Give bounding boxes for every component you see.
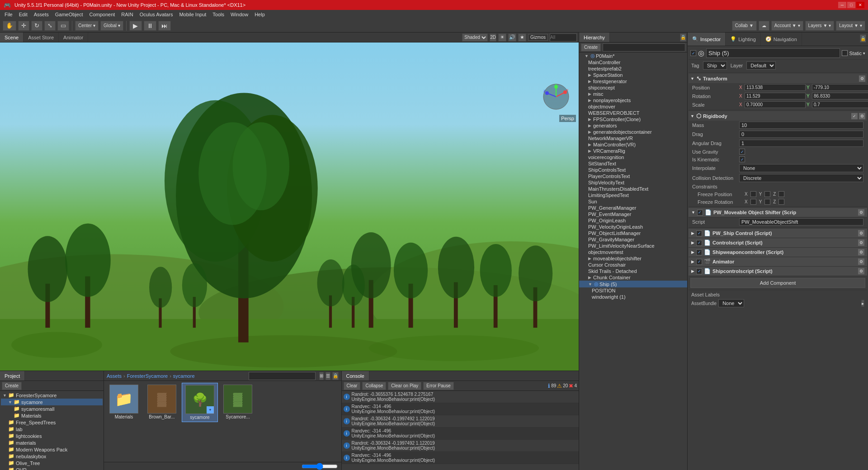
component-pw-ship-control[interactable]: ▶ 📄 PW_Ship Control (Script) ⚙: [689, 229, 867, 238]
hierarchy-lock-button[interactable]: 🔒: [680, 33, 686, 42]
hierarchy-search-input[interactable]: [603, 43, 685, 52]
hier-item-pw-generalmanager[interactable]: PW_GeneralManager: [579, 205, 687, 211]
scene-light-toggle[interactable]: ☀: [498, 33, 506, 42]
hier-item-playercontrolstext[interactable]: PlayerControlsText: [579, 173, 687, 179]
proj-folder-freespeedtrees[interactable]: 📁 Free_SpeedTrees: [1, 419, 103, 426]
asset-brown-bark[interactable]: ▓ Brown_Bar...: [144, 383, 180, 422]
step-button[interactable]: ⏭: [158, 21, 171, 31]
layer-select[interactable]: Default: [746, 61, 776, 70]
console-log[interactable]: i Randrot: -0.3655376 1.524678 2.275167U…: [342, 391, 579, 470]
hier-item-sun[interactable]: Sun: [579, 198, 687, 205]
global-local-toggle[interactable]: Global ▾: [100, 21, 123, 31]
tab-navigation[interactable]: 🧭 Navigation: [761, 33, 802, 46]
hier-item-vrcamerarig[interactable]: ▶VRCameraRig: [579, 148, 687, 154]
angular-drag-field[interactable]: [739, 140, 863, 147]
hier-item-shipconcept[interactable]: shipconcept: [579, 85, 687, 91]
component-enable-checkbox[interactable]: [696, 259, 702, 265]
scene-search-input[interactable]: [550, 33, 577, 42]
component-enable-checkbox[interactable]: [696, 240, 702, 246]
hier-item-skid-trails[interactable]: Skid Trails - Detached: [579, 268, 687, 274]
hier-item-position[interactable]: POSITION: [579, 287, 687, 294]
freeze-rot-z[interactable]: [778, 199, 784, 205]
2d-toggle[interactable]: 2D: [490, 33, 496, 42]
inspector-lock-button[interactable]: 🔒: [860, 34, 866, 42]
proj-folder-materials[interactable]: 📁 materials: [1, 439, 103, 446]
asset-search-input[interactable]: [249, 372, 316, 380]
hier-item-generators[interactable]: ▶generators: [579, 122, 687, 129]
hier-item-shipcontrolstext[interactable]: ShipControlsText: [579, 167, 687, 173]
rot-y-field[interactable]: [812, 93, 868, 99]
hier-item-pw-originleash[interactable]: PW_OriginLeash: [579, 217, 687, 224]
freeze-pos-z[interactable]: [778, 191, 784, 197]
component-pw-moveable[interactable]: ▼ 📄 PW_Moveable Object Shifter (Scrip ⚙: [689, 208, 867, 217]
proj-folder-modern-weapons[interactable]: 📁 Modern Weapons Pack: [1, 446, 103, 453]
component-settings-button[interactable]: ⚙: [858, 249, 864, 255]
menu-oculus[interactable]: Oculus Avatars: [137, 11, 176, 18]
tab-lighting[interactable]: 💡 Lighting: [726, 33, 761, 46]
play-button[interactable]: ▶: [129, 21, 142, 31]
pos-x-field[interactable]: [745, 84, 806, 91]
mass-field[interactable]: [739, 122, 863, 129]
layers-dropdown[interactable]: Layers ▼ ▾: [805, 21, 835, 31]
hier-item-misc[interactable]: ▶misc: [579, 91, 687, 97]
menu-gameobject[interactable]: GameObject: [52, 11, 86, 18]
hierarchy-create-button[interactable]: Create: [581, 43, 601, 52]
menu-tools[interactable]: Tools: [210, 11, 227, 18]
hier-item-maincontrollervr[interactable]: ▶MainController(VR): [579, 141, 687, 148]
hand-tool-button[interactable]: ✋: [3, 21, 16, 31]
scale-x-field[interactable]: [745, 101, 806, 108]
hier-item-treetestprefab2[interactable]: treetestprefab2: [579, 66, 687, 72]
hier-item-objectmover[interactable]: objectmover: [579, 103, 687, 110]
scene-viewport[interactable]: X Y Z Persp: [0, 42, 579, 371]
console-clear-button[interactable]: Clear: [344, 382, 361, 390]
hier-item-maincontroller[interactable]: MainController: [579, 59, 687, 66]
asset-materials-folder[interactable]: 📁 Materials: [106, 383, 142, 422]
pause-button[interactable]: ⏸: [144, 21, 156, 31]
hier-item-ship5[interactable]: ▼ ◎ Ship (5): [579, 281, 687, 287]
hier-item-nonplayerobjects[interactable]: ▶nonplayerobjects: [579, 97, 687, 103]
drag-field[interactable]: [739, 131, 863, 138]
console-collapse-button[interactable]: Collapse: [362, 382, 386, 390]
asset-content[interactable]: 📁 Materials ▓ Brown_Bar... 🌳 +: [104, 381, 341, 462]
component-shipcontrolscript[interactable]: ▶ 📄 Shipcontrolscript (Script) ⚙: [689, 267, 867, 276]
close-button[interactable]: ✕: [856, 2, 864, 8]
maximize-button[interactable]: □: [847, 2, 855, 8]
proj-folder-sycamoresmall[interactable]: 📁 sycamoresmall: [1, 405, 103, 412]
collab-dropdown[interactable]: Collab ▼: [732, 21, 757, 31]
proj-folder-olive-tree[interactable]: 📁 Olive_Tree: [1, 460, 103, 466]
scale-tool-button[interactable]: ⤡: [44, 21, 56, 31]
console-clear-on-play-button[interactable]: Clear on Play: [388, 382, 421, 390]
hier-item-networkmanagervr[interactable]: NetworkManagerVR: [579, 135, 687, 141]
hier-item-pw-objectlistmanager[interactable]: PW_ObjectListManager: [579, 230, 687, 236]
hier-item-webserverobject[interactable]: WEBSERVEROBJECT: [579, 110, 687, 116]
hierarchy-list[interactable]: ▼ ◎ P0Main* MainController treetestprefa…: [579, 52, 687, 470]
component-settings-button[interactable]: ⚙: [858, 209, 864, 216]
component-settings-button[interactable]: ⚙: [858, 268, 864, 274]
hier-item-fpscontroller[interactable]: ▶FPSController(Clone): [579, 116, 687, 122]
component-controlscript[interactable]: ▶ 📄 Controlscript (Script) ⚙: [689, 238, 867, 248]
proj-folder-sycamore[interactable]: ▼ 📁 sycamore: [1, 399, 103, 405]
asset-bundle-select[interactable]: None: [718, 299, 744, 307]
menu-rain[interactable]: RAIN: [118, 11, 136, 18]
freeze-pos-y[interactable]: [764, 191, 770, 197]
asset-list-view-button[interactable]: ☰: [326, 372, 330, 380]
asset-lock-button[interactable]: 🔒: [332, 372, 339, 380]
hier-item-spacestation[interactable]: ▶SpaceStation: [579, 72, 687, 78]
is-kinematic-checkbox[interactable]: [739, 156, 745, 162]
hier-item-sitstandtext[interactable]: SitStandText: [579, 160, 687, 167]
proj-folder-forestersycamore[interactable]: ▼ 📁 ForesterSycamore: [1, 392, 103, 399]
account-dropdown[interactable]: Account ▼ ▾: [771, 21, 803, 31]
collision-detection-select[interactable]: Discrete: [739, 174, 863, 182]
rot-x-field[interactable]: [745, 93, 806, 99]
rect-tool-button[interactable]: ▭: [57, 21, 69, 31]
menu-help[interactable]: Help: [252, 11, 268, 18]
active-toggle[interactable]: [690, 50, 696, 56]
component-settings-button[interactable]: ⚙: [858, 258, 864, 265]
center-pivot-toggle[interactable]: Center ▾: [75, 21, 99, 31]
pos-y-field[interactable]: [812, 84, 868, 91]
menu-window[interactable]: Window: [228, 11, 251, 18]
hier-item-voicerecognition[interactable]: voicerecognition: [579, 154, 687, 160]
asset-sycamore-texture[interactable]: ▓ Sycamore...: [220, 383, 256, 422]
project-tree[interactable]: ▼ 📁 ForesterSycamore ▼ 📁 sycamore 📁 syca…: [0, 391, 104, 470]
interpolate-select[interactable]: None: [739, 164, 863, 172]
